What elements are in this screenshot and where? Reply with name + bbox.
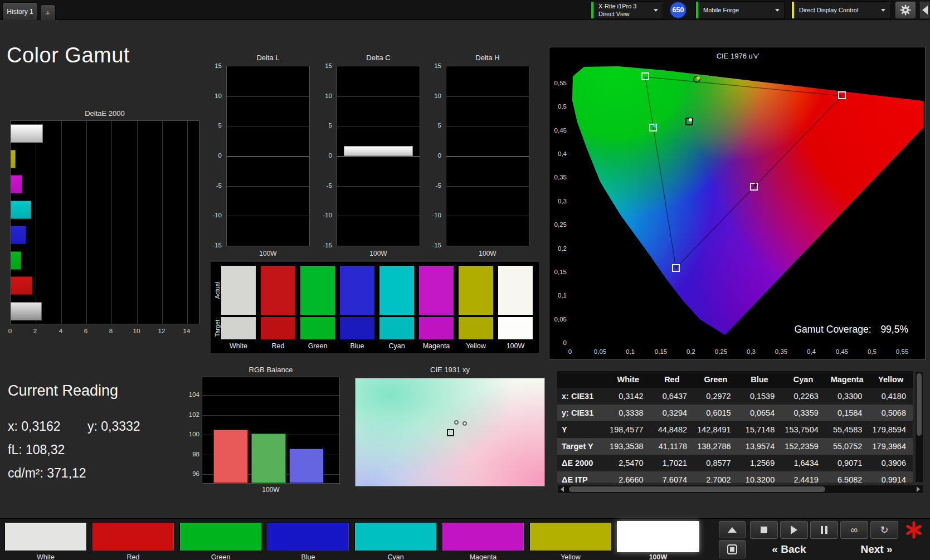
value-cell: 0,8577: [694, 455, 738, 471]
gridline: [61, 121, 62, 324]
patch-swatch: [267, 522, 349, 551]
pause-measure-button[interactable]: [810, 521, 838, 539]
value-cell: 0,9914: [869, 471, 913, 483]
luminance-badge[interactable]: 650: [670, 2, 686, 18]
patch-button-yellow[interactable]: Yellow: [529, 521, 612, 559]
collapse-panel-button[interactable]: [919, 1, 930, 19]
patch-button-magenta[interactable]: Magenta: [442, 521, 524, 559]
target-swatch-magenta: [418, 316, 454, 340]
gridline: [337, 216, 420, 216]
patch-button-green[interactable]: Green: [179, 521, 262, 559]
value-cell: 0,6437: [650, 388, 694, 405]
reading-fl: fL: 108,32: [8, 442, 65, 457]
gridline: [86, 121, 87, 324]
workflow-label: Mobile Forge: [703, 6, 739, 14]
stop-measure-button[interactable]: [750, 521, 778, 539]
delta-chart-title: Delta H: [432, 53, 543, 62]
table-vertical-scrollbar[interactable]: [915, 371, 923, 483]
chevron-left-icon: [561, 486, 564, 492]
actual-swatch-green: [300, 265, 335, 315]
scroll-right-arrow[interactable]: [914, 485, 923, 493]
patch-swatch: [4, 522, 87, 551]
tick-label: 0,25: [548, 220, 567, 229]
tick-label: 98: [177, 450, 199, 459]
scrollbar-thumb[interactable]: [569, 486, 825, 492]
gridline: [337, 126, 420, 126]
gridline: [337, 186, 420, 187]
patch-button-red[interactable]: Red: [92, 521, 174, 559]
patch-button-cyan[interactable]: Cyan: [354, 521, 437, 559]
actual-swatch-cyan: [379, 265, 415, 315]
expand-button[interactable]: [719, 521, 746, 538]
gridline: [187, 121, 188, 324]
patch-swatch: [354, 522, 437, 551]
tick-label: 4: [54, 327, 67, 335]
value-cell: 44,8482: [650, 421, 694, 438]
x-label: 100W: [432, 250, 543, 257]
value-cell: 179,8594: [869, 421, 913, 438]
value-cell: 0,9071: [825, 455, 869, 471]
deltae-xticks: 02468101214: [10, 327, 199, 335]
value-cell: 2,6660: [606, 471, 650, 483]
next-button[interactable]: Next »: [835, 541, 918, 558]
tick-label: 0,15: [548, 267, 567, 276]
refresh-measure-button[interactable]: ↻: [870, 521, 898, 539]
workflow-dropdown[interactable]: Mobile Forge: [695, 1, 785, 19]
value-cell: 0,1539: [738, 388, 782, 405]
value-cell: 0,3294: [650, 405, 694, 421]
gridline: [227, 186, 309, 187]
tick-label: 8: [104, 327, 118, 335]
chevron-right-icon: [917, 486, 920, 492]
calibration-alert-icon[interactable]: [903, 519, 925, 541]
tab-history-1[interactable]: History 1: [2, 2, 38, 20]
tab-label: History 1: [7, 8, 33, 16]
single-measure-button[interactable]: [780, 521, 808, 539]
patch-swatch: [442, 522, 524, 551]
tick-label: 0,2: [548, 244, 567, 253]
gridline: [227, 156, 309, 157]
gridline: [446, 126, 529, 126]
add-tab-button[interactable]: +: [40, 4, 56, 20]
marker-dot-white-point: [689, 118, 692, 121]
chevron-down-icon: [775, 9, 780, 12]
patch-label: Green: [179, 553, 262, 560]
reading-fl-label: fL:: [8, 442, 22, 457]
patch-label: 100W: [617, 553, 699, 560]
value-cell: 0,3300: [825, 388, 869, 405]
patch-button-blue[interactable]: Blue: [267, 521, 349, 559]
value-cell: 0,3338: [606, 405, 650, 421]
tick-label: 6: [79, 327, 92, 335]
value-cell: 0,6015: [694, 405, 738, 421]
deltae-bar-cyan: [11, 201, 31, 219]
cie1931-chart: [355, 378, 545, 486]
patch-label: Magenta: [442, 553, 524, 560]
display-control-dropdown[interactable]: Direct Display Control: [791, 1, 890, 19]
deltae-bar-blue: [11, 226, 26, 244]
tick-label: 10: [130, 327, 143, 335]
tick-label: -10: [203, 211, 222, 220]
strip-column-label: Green: [298, 342, 337, 350]
window-mode-button[interactable]: [719, 540, 746, 558]
scrollbar-thumb[interactable]: [917, 373, 922, 436]
patch-button-white[interactable]: White: [4, 521, 87, 559]
back-button[interactable]: « Back: [750, 541, 828, 558]
target-swatch-yellow: [458, 316, 494, 340]
column-header-magenta: Magenta: [825, 371, 869, 388]
comparison-strip: ActualTargetWhiteRedGreenBlueCyanMagenta…: [211, 262, 539, 353]
row-label: ΔE ITP: [557, 471, 606, 483]
continuous-measure-button[interactable]: ∞: [840, 521, 868, 539]
rgb-yticks: 1041021009896: [177, 377, 199, 484]
patch-button-100w[interactable]: 100W: [617, 521, 699, 559]
patch-swatch: [529, 522, 612, 551]
tick-label: 0,55: [548, 79, 567, 87]
scroll-left-arrow[interactable]: [558, 485, 567, 493]
results-table: WhiteRedGreenBlueCyanMagentaYellow x: CI…: [557, 371, 913, 483]
settings-button[interactable]: [895, 1, 916, 19]
actual-swatch-red: [260, 265, 296, 315]
tick-label: 0: [203, 151, 222, 160]
meter-dropdown[interactable]: X-Rite i1Pro 3 Direct View: [591, 1, 663, 19]
tick-label: 102: [177, 410, 199, 419]
table-horizontal-scrollbar[interactable]: [557, 485, 923, 494]
table-row: x: CIE310,31420,64370,29720,15390,22630,…: [557, 388, 913, 405]
chevron-left-icon: [922, 6, 928, 14]
